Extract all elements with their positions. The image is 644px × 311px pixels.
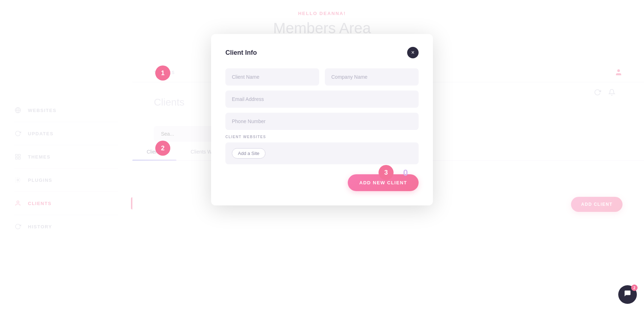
email-row <box>225 91 419 108</box>
phone-row <box>225 113 419 130</box>
email-input[interactable] <box>225 91 419 108</box>
phone-input[interactable] <box>225 113 419 130</box>
chat-bubble[interactable]: 2 <box>618 285 637 304</box>
modal-close-button[interactable]: × <box>407 47 419 58</box>
modal-header: Client Info × <box>225 47 419 58</box>
name-row <box>225 68 419 86</box>
add-site-button[interactable]: Add a Site <box>232 148 265 159</box>
chat-icon <box>624 290 631 300</box>
chat-badge: 2 <box>631 285 638 291</box>
step3-number: 0 <box>403 168 408 178</box>
company-name-input[interactable] <box>325 68 419 86</box>
client-name-input[interactable] <box>225 68 319 86</box>
client-websites-label: CLIENT WEBSITES <box>225 135 419 139</box>
websites-area: Add a Site <box>225 142 419 164</box>
modal-title: Client Info <box>225 49 257 57</box>
step-badge-3: 3 <box>379 165 394 180</box>
step-badge-1: 1 <box>155 65 170 81</box>
step-badge-2: 2 <box>155 141 170 156</box>
client-info-modal: Client Info × CLIENT WEBSITES Add a Site… <box>211 34 433 205</box>
